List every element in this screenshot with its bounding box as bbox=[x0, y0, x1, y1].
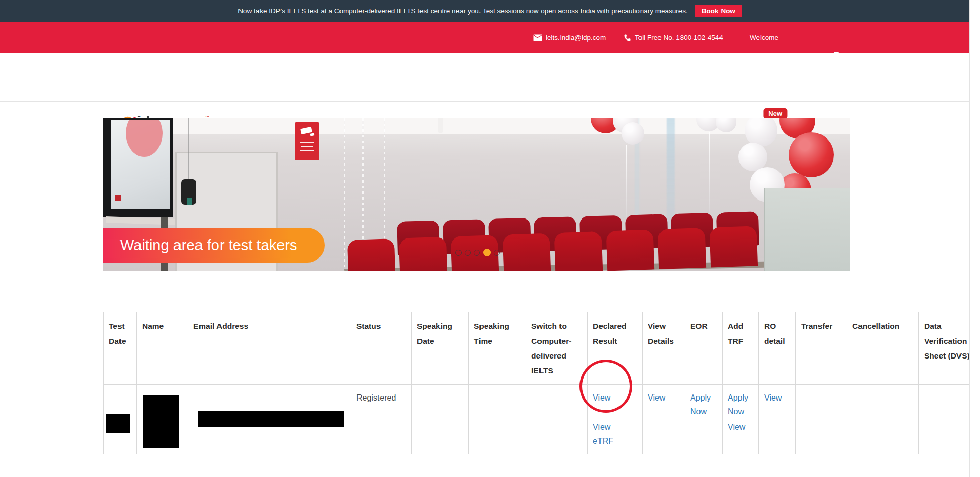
book-now-button[interactable]: Book Now bbox=[695, 5, 742, 17]
email-text: ielts.india@idp.com bbox=[546, 34, 606, 42]
col-email-address: Email Address bbox=[188, 312, 351, 385]
cell-switch-cd-ielts bbox=[526, 385, 588, 454]
eor-apply-now-link[interactable]: Apply Now bbox=[690, 391, 717, 419]
welcome-text: Welcome bbox=[750, 34, 778, 42]
col-view-details: View Details bbox=[643, 312, 685, 385]
cctv-sign bbox=[295, 122, 319, 160]
col-name: Name bbox=[137, 312, 188, 385]
phone-icon bbox=[624, 34, 631, 42]
cell-ro-detail: View bbox=[759, 385, 796, 454]
carousel-dots bbox=[455, 249, 500, 256]
cell-speaking-time bbox=[469, 385, 526, 454]
table-header-row: Test Date Name Email Address Status Spea… bbox=[104, 312, 980, 385]
view-result-link[interactable]: View bbox=[593, 391, 637, 405]
new-badge: New bbox=[763, 108, 787, 119]
view-details-link[interactable]: View bbox=[648, 391, 679, 405]
col-eor: EOR bbox=[685, 312, 723, 385]
cell-add-trf: Apply Now View bbox=[723, 385, 759, 454]
status-text: Registered bbox=[356, 393, 396, 402]
cell-declared-result: View View eTRF bbox=[588, 385, 643, 454]
add-trf-apply-now-link[interactable]: Apply Now bbox=[728, 391, 753, 419]
redacted-name bbox=[143, 395, 179, 448]
cell-view-details: View bbox=[643, 385, 685, 454]
balloon bbox=[738, 143, 767, 171]
announcement-bar: Now take IDP's IELTS test at a Computer-… bbox=[0, 0, 980, 22]
cell-status: Registered bbox=[351, 385, 412, 454]
carousel-dot-active[interactable] bbox=[483, 249, 491, 256]
col-speaking-date: Speaking Date bbox=[412, 312, 469, 385]
hero-carousel-image: Waiting area for test takers bbox=[103, 118, 850, 271]
balloon bbox=[789, 132, 834, 177]
page: Now take IDP's IELTS test at a Computer-… bbox=[0, 0, 980, 477]
ro-detail-view-link[interactable]: View bbox=[764, 391, 790, 405]
col-test-date: Test Date bbox=[104, 312, 137, 385]
col-add-trf: Add TRF bbox=[723, 312, 759, 385]
bookings-table: Test Date Name Email Address Status Spea… bbox=[103, 312, 980, 454]
cell-eor: Apply Now bbox=[685, 385, 723, 454]
cell-test-date bbox=[104, 385, 137, 454]
carousel-dot[interactable] bbox=[455, 250, 462, 256]
col-transfer: Transfer bbox=[796, 312, 847, 385]
phone-link[interactable]: Toll Free No. 1800-102-4544 bbox=[624, 22, 723, 53]
cell-email bbox=[188, 385, 351, 454]
table-row: Registered View View eTRF View Apply Now… bbox=[104, 385, 980, 454]
announcement-text: Now take IDP's IELTS test at a Computer-… bbox=[238, 7, 688, 15]
site-header: idp IELTS™ PROUD CO-OWNER OF IELTS Regis… bbox=[0, 53, 970, 101]
col-status: Status bbox=[351, 312, 412, 385]
carousel-dot[interactable] bbox=[494, 250, 500, 256]
scrollbar-gutter[interactable] bbox=[969, 0, 980, 477]
cell-name bbox=[137, 385, 188, 454]
col-speaking-time: Speaking Time bbox=[469, 312, 526, 385]
phone-text: Toll Free No. 1800-102-4544 bbox=[635, 34, 723, 42]
col-cancellation: Cancellation bbox=[847, 312, 919, 385]
carousel-dot[interactable] bbox=[465, 250, 471, 256]
carousel-dot[interactable] bbox=[474, 250, 480, 256]
wall-tv bbox=[103, 118, 173, 217]
cell-speaking-date bbox=[412, 385, 469, 454]
hero-caption: Waiting area for test takers bbox=[103, 228, 325, 263]
col-declared-result: Declared Result bbox=[588, 312, 643, 385]
redacted-email bbox=[198, 411, 344, 427]
welcome-dropdown[interactable]: Welcome bbox=[750, 22, 778, 53]
view-etrf-link[interactable]: View eTRF bbox=[593, 420, 637, 448]
redacted-test-date bbox=[106, 414, 130, 433]
add-trf-view-link[interactable]: View bbox=[728, 420, 753, 434]
balloon bbox=[622, 122, 644, 145]
header-divider bbox=[0, 101, 970, 102]
email-link[interactable]: ielts.india@idp.com bbox=[533, 22, 606, 53]
envelope-icon bbox=[533, 34, 542, 41]
cell-transfer bbox=[796, 385, 847, 454]
col-switch-cd-ielts: Switch to Computer-delivered IELTS bbox=[526, 312, 588, 385]
cell-cancellation bbox=[847, 385, 919, 454]
contact-bar: ielts.india@idp.com Toll Free No. 1800-1… bbox=[0, 22, 980, 53]
col-ro-detail: RO detail bbox=[759, 312, 796, 385]
glass-panel bbox=[764, 188, 850, 271]
